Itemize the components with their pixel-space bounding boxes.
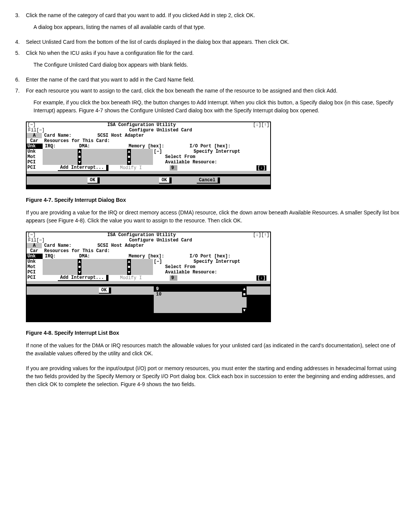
step-number: 3. (15, 11, 20, 19)
card-name-label: Card Name: (42, 243, 97, 248)
step-number: 7. (15, 87, 20, 95)
dialog-title: Configure Unlisted Card (51, 238, 270, 243)
specify-dialog-title: Specify Interrupt (164, 259, 270, 264)
irq-scroll-up-icon[interactable] (78, 149, 81, 154)
window-control-close[interactable]: [−] (27, 232, 37, 238)
window-scroll-indicators: [↓][↑] (247, 232, 270, 238)
resources-header: Resources for This Card: (42, 248, 270, 254)
col-dma: DMA: (79, 254, 129, 259)
irq-scroll-down-icon[interactable] (78, 160, 81, 165)
irq-scroll-thumb-icon[interactable] (78, 264, 81, 270)
side-label-a: A (27, 133, 42, 138)
specify-available-resource-label: Available Resource: (164, 270, 270, 275)
specify-dropdown-icon[interactable]: [↓] (256, 165, 266, 171)
col-io-port: I/O Port [hex]: (190, 144, 270, 149)
specify-close-icon[interactable]: [−] (153, 149, 164, 154)
side-list-1: Unk (27, 149, 43, 154)
ok-button-outer[interactable]: OK (99, 288, 111, 294)
step-item: 7.For each resource you want to assign t… (15, 87, 403, 95)
irq-scroll-up-icon[interactable] (78, 259, 81, 264)
specify-interrupt-listbox[interactable]: 9 ▲ 10 ■ ▼ (154, 286, 247, 313)
specify-value-input[interactable]: 9 (170, 165, 177, 171)
side-label-car: Car (27, 248, 42, 254)
window-title: ISA Configuration Utility (37, 122, 247, 128)
card-name-value[interactable]: SCSI Host Adapter (97, 243, 144, 248)
specify-value-input[interactable]: 9 (170, 275, 177, 281)
side-list-4: PCI (27, 165, 43, 171)
side-label-a: A (27, 243, 42, 248)
dma-scroll-down-icon[interactable] (127, 160, 131, 165)
paragraph-after-fig48-b: If you are providing values for the inpu… (26, 364, 403, 388)
resources-header: Resources for This Card: (42, 138, 270, 144)
step-result-text: For example, if you click the box beneat… (33, 99, 403, 115)
col-irq: IRQ: (43, 254, 79, 259)
side-list-0: Unk (27, 254, 43, 259)
step-item: 6.Enter the name of the card that you wa… (15, 76, 403, 84)
specify-dropdown-icon[interactable]: [↓] (256, 275, 266, 281)
specify-select-from-label: Select From (164, 154, 270, 160)
side-list-3: PCI (27, 160, 43, 165)
side-list-2: Mot (27, 264, 43, 270)
step-number: 6. (15, 76, 20, 84)
step-text: For each resource you want to assign to … (26, 88, 338, 94)
window-control-close[interactable]: [−] (27, 122, 37, 128)
ok-button-specify[interactable]: OK (159, 177, 171, 184)
dma-scroll-up-icon[interactable] (127, 259, 131, 264)
col-memory: Memory [hex]: (129, 254, 190, 259)
irq-scroll-down-icon[interactable] (78, 270, 81, 275)
col-irq: IRQ: (43, 144, 79, 149)
step-number: 5. (15, 49, 20, 57)
list-scroll-down-icon[interactable]: ▼ (242, 308, 247, 313)
side-list-4: PCI (27, 275, 43, 281)
ok-button-outer[interactable]: OK (88, 177, 100, 184)
dma-scroll-thumb-icon[interactable] (127, 154, 131, 160)
col-io-port: I/O Port [hex]: (190, 254, 270, 259)
dma-scroll-thumb-icon[interactable] (127, 264, 131, 270)
side-list-2: Mot (27, 154, 43, 160)
window-title: ISA Configuration Utility (37, 232, 247, 238)
specify-close-icon[interactable]: [−] (153, 259, 164, 264)
card-name-value[interactable]: SCSI Host Adapter (97, 133, 144, 138)
window-scroll-indicators: [↓][↑] (247, 122, 270, 128)
modify-button-disabled: Modify I (120, 165, 142, 171)
specify-dialog-title: Specify Interrupt (164, 149, 270, 154)
irq-scroll-thumb-icon[interactable] (78, 154, 81, 160)
card-name-label: Card Name: (42, 133, 97, 138)
side-list-0: Unk (27, 144, 43, 149)
step-result-text: The Configure Unlisted Card dialog box a… (33, 61, 403, 69)
add-interrupt-button[interactable]: Add Interrupt... (58, 165, 108, 171)
dma-scroll-down-icon[interactable] (127, 270, 131, 275)
paragraph-after-fig47: If you are providing a value for the IRQ… (26, 209, 403, 225)
list-item[interactable]: 9 (154, 286, 242, 292)
side-list-3: PCI (27, 270, 43, 275)
cancel-button[interactable]: Cancel (197, 177, 220, 184)
col-dma: DMA: (79, 144, 129, 149)
specify-available-resource-label: Available Resource: (164, 160, 270, 165)
modify-button-disabled: Modify I (120, 275, 142, 281)
side-label-car: Car (27, 138, 42, 144)
step-text: Click No when the ICU asks if you have a… (26, 50, 194, 56)
add-interrupt-button[interactable]: Add Interrupt... (58, 275, 108, 281)
step-number: 4. (15, 38, 20, 46)
paragraph-after-fig48-a: If none of the values for the DMA or IRQ… (26, 342, 403, 358)
file-menu[interactable]: Fil[−] (27, 238, 51, 243)
step-text: Select Unlisted Card from the bottom of … (26, 39, 289, 45)
step-item: 5.Click No when the ICU asks if you have… (15, 49, 403, 57)
side-list-1: Unk (27, 259, 43, 264)
figure-4-7-screenshot: [−] ISA Configuration Utility [↓][↑] Fil… (26, 121, 271, 189)
figure-4-8-screenshot: [−] ISA Configuration Utility [↓][↑] Fil… (26, 232, 271, 322)
figure-4-7-caption: Figure 4-7. Specify Interrupt Dialog Box (26, 196, 403, 204)
list-item[interactable]: 10 (154, 292, 242, 297)
step-text: Click the name of the category of card t… (26, 12, 255, 18)
step-item: 4.Select Unlisted Card from the bottom o… (15, 38, 403, 46)
figure-4-8-caption: Figure 4-8. Specify Interrupt List Box (26, 329, 403, 337)
dma-scroll-up-icon[interactable] (127, 149, 131, 154)
specify-select-from-label: Select From (164, 264, 270, 270)
step-text: Enter the name of the card that you want… (26, 77, 194, 83)
col-memory: Memory [hex]: (129, 144, 190, 149)
file-menu[interactable]: Fil[−] (27, 128, 51, 133)
dialog-title: Configure Unlisted Card (51, 128, 270, 133)
step-result-text: A dialog box appears, listing the names … (33, 23, 403, 31)
instruction-steps: 3.Click the name of the category of card… (8, 11, 403, 115)
list-scroll-up-icon[interactable]: ▲ (242, 286, 247, 292)
